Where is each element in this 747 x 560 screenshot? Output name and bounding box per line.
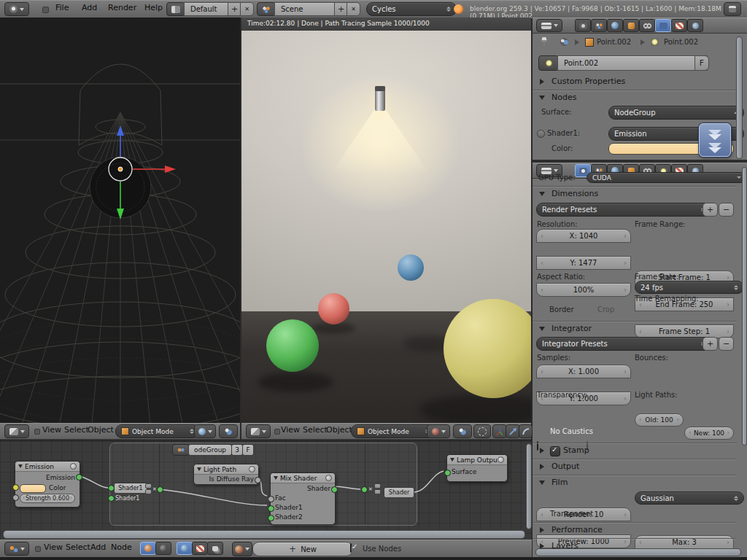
add-preset-button[interactable] bbox=[703, 337, 718, 351]
unlink-socket-icon[interactable] bbox=[537, 130, 545, 138]
menu-view[interactable]: View bbox=[281, 425, 300, 435]
panel-output[interactable]: Output bbox=[533, 461, 737, 474]
resolution-y-field[interactable]: Y: 1477 bbox=[536, 256, 631, 270]
viewport-shading-button[interactable] bbox=[427, 424, 450, 438]
collapse-dot-icon[interactable] bbox=[274, 429, 280, 435]
stamp-checkbox[interactable] bbox=[550, 446, 560, 456]
node-mix-shader[interactable]: Mix Shader Shader Fac Shader1 Shader2 bbox=[270, 472, 336, 525]
group-interface-socket[interactable] bbox=[361, 486, 368, 493]
scrollbar-horizontal[interactable] bbox=[3, 530, 525, 539]
use-nodes-checkbox[interactable] bbox=[350, 543, 352, 553]
node-emission[interactable]: Emission Emission Color Strength 0.600 bbox=[15, 461, 80, 508]
socket-stepper[interactable] bbox=[374, 483, 381, 494]
group-fake-user-button[interactable]: F bbox=[242, 444, 254, 456]
pin-icon[interactable] bbox=[541, 37, 547, 46]
scrollbar-vertical[interactable] bbox=[526, 443, 532, 529]
tab-physics[interactable] bbox=[687, 19, 703, 32]
pivot-point-button[interactable] bbox=[453, 424, 472, 438]
tab-object[interactable] bbox=[623, 19, 639, 32]
tab-scene[interactable] bbox=[591, 19, 607, 32]
integrator-presets-select[interactable]: Integrator Presets bbox=[536, 337, 711, 351]
node-header[interactable]: Emission bbox=[15, 462, 80, 472]
lamp-icon-button[interactable] bbox=[538, 55, 559, 71]
layout-browse-button[interactable] bbox=[166, 2, 185, 16]
color-swatch[interactable] bbox=[20, 484, 46, 493]
delete-layout-button[interactable] bbox=[240, 2, 254, 16]
group-name-field[interactable]: odeGroup bbox=[188, 444, 232, 456]
editor-type-button-3dview[interactable] bbox=[246, 424, 271, 438]
scrollbar-horizontal[interactable] bbox=[535, 548, 741, 556]
add-preset-button[interactable] bbox=[703, 203, 718, 217]
manipulator-translate-button[interactable] bbox=[506, 424, 520, 438]
filter-type-select[interactable]: Gaussian bbox=[635, 491, 744, 505]
input-socket-shader1[interactable] bbox=[268, 505, 274, 512]
editor-type-button-3dview[interactable] bbox=[4, 424, 29, 438]
group-input-shader1-field[interactable]: Shader1 bbox=[114, 483, 147, 494]
group-interface-socket[interactable] bbox=[157, 486, 163, 493]
output-socket-is-diffuse-ray[interactable] bbox=[255, 477, 261, 483]
remove-preset-button[interactable] bbox=[719, 203, 734, 217]
gpu-type-select[interactable]: CUDA bbox=[587, 172, 747, 183]
collapse-dot-icon[interactable] bbox=[34, 429, 40, 435]
group-input-socket[interactable] bbox=[108, 495, 115, 502]
editor-type-button-node[interactable] bbox=[4, 542, 29, 556]
window-icon-button[interactable] bbox=[724, 2, 741, 16]
node-header[interactable]: Light Path bbox=[194, 464, 258, 475]
scrollbar-vertical[interactable] bbox=[742, 167, 747, 446]
node-group-frame[interactable] bbox=[109, 443, 417, 526]
menu-select[interactable]: Select bbox=[303, 425, 328, 435]
tab-world[interactable] bbox=[607, 19, 623, 32]
menu-add[interactable]: Add bbox=[90, 542, 106, 552]
remove-preset-button[interactable] bbox=[719, 337, 734, 351]
menu-view[interactable]: View bbox=[44, 542, 63, 552]
pivot-point-button[interactable] bbox=[219, 424, 238, 438]
menu-render[interactable]: Render bbox=[108, 3, 136, 12]
panel-stamp[interactable]: Stamp bbox=[533, 445, 737, 458]
output-socket-shader[interactable] bbox=[331, 486, 338, 493]
tab-object-data-lamp[interactable] bbox=[655, 19, 671, 32]
resolution-x-field[interactable]: X: 1040 bbox=[536, 229, 631, 243]
group-output-shader-field[interactable]: Shader bbox=[384, 487, 414, 498]
breadcrumb-data-name[interactable]: Point.002 bbox=[664, 38, 698, 46]
lamp-nodes-button[interactable] bbox=[155, 542, 171, 555]
texture-nodes-button[interactable] bbox=[192, 542, 208, 555]
menu-object[interactable]: Object bbox=[326, 425, 352, 435]
menu-select[interactable]: Select bbox=[64, 425, 89, 435]
mode-select[interactable]: Object Mode bbox=[115, 424, 200, 438]
render-presets-select[interactable]: Render Presets bbox=[536, 203, 711, 217]
panel-nodes[interactable]: Nodes bbox=[533, 92, 737, 105]
tab-render[interactable] bbox=[575, 19, 591, 32]
scene-browse-button[interactable] bbox=[257, 2, 276, 16]
editor-type-button-info[interactable] bbox=[4, 2, 29, 16]
unlink-icon[interactable] bbox=[368, 485, 373, 492]
unlink-icon[interactable] bbox=[152, 485, 157, 492]
aspect-x-field[interactable]: X: 1.000 bbox=[536, 365, 631, 378]
surface-select[interactable]: NodeGroup bbox=[608, 106, 744, 120]
input-socket-strength[interactable] bbox=[12, 494, 19, 501]
render-engine-select[interactable]: Cycles bbox=[366, 2, 457, 16]
group-input-socket[interactable] bbox=[108, 485, 115, 491]
shader-nodes-button[interactable] bbox=[140, 542, 156, 555]
delete-scene-button[interactable] bbox=[347, 2, 360, 16]
node-header[interactable]: Lamp Outpu bbox=[447, 455, 507, 465]
menu-help[interactable]: Help bbox=[144, 3, 163, 12]
menu-object[interactable]: Object bbox=[88, 425, 114, 435]
input-socket-color[interactable] bbox=[12, 484, 19, 491]
scrollbar-vertical[interactable] bbox=[736, 36, 743, 159]
node-light-path[interactable]: Light Path Is Diffuse Ray bbox=[193, 464, 259, 485]
datablock-name-field[interactable]: Point.002 bbox=[557, 55, 708, 71]
panel-integrator[interactable]: Integrator bbox=[533, 323, 737, 336]
panel-film[interactable]: Film bbox=[533, 477, 737, 490]
resolution-percentage-field[interactable]: 100% bbox=[536, 283, 631, 297]
tab-texture[interactable] bbox=[671, 19, 687, 32]
group-users-button[interactable]: 3 bbox=[231, 444, 243, 456]
breadcrumb-lamp-icon[interactable] bbox=[651, 38, 659, 46]
panel-custom-properties[interactable]: Custom Properties bbox=[533, 76, 737, 89]
menu-view[interactable]: View bbox=[42, 425, 61, 435]
browse-nodetree-button[interactable] bbox=[232, 542, 252, 556]
menu-file[interactable]: File bbox=[55, 3, 69, 12]
editor-type-button-properties[interactable] bbox=[536, 19, 562, 32]
remap-old-field[interactable]: Old: 100 bbox=[635, 413, 684, 427]
node-editor[interactable]: odeGroup 3 F Emission Emission Color Str… bbox=[0, 440, 532, 540]
move-down-overlay-button[interactable] bbox=[699, 123, 731, 157]
